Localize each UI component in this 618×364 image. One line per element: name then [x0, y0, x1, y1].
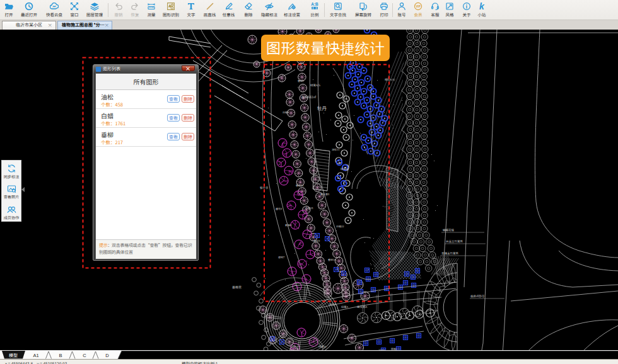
svg-text:模型: 模型 [9, 352, 18, 358]
svg-text:槐天鹅A: 槐天鹅A [356, 305, 367, 309]
svg-text:垂柳12: 垂柳12 [296, 183, 304, 187]
svg-text:D: D [105, 353, 109, 358]
svg-text:绿篱/5: 绿篱/5 [318, 344, 327, 348]
svg-text:栈桥现卧亭: 栈桥现卧亭 [470, 294, 485, 298]
svg-text:A1: A1 [33, 353, 38, 358]
svg-text:C: C [83, 353, 86, 358]
svg-text:油松11: 油松11 [332, 147, 339, 151]
svg-text:垂柳7: 垂柳7 [298, 79, 305, 82]
svg-text:绿篱B: 绿篱B [341, 167, 348, 171]
svg-text:模纹A/5): 模纹A/5) [385, 77, 395, 81]
svg-text:面积682㎡: 面积682㎡ [301, 94, 316, 99]
svg-text:绿篱A: 绿篱A [341, 305, 348, 309]
svg-text:油松9: 油松9 [313, 239, 320, 242]
svg-text:B: B [59, 353, 62, 358]
svg-text:k: k [479, 2, 485, 11]
svg-text:绿篱A/5: 绿篱A/5 [310, 83, 320, 87]
svg-text:金镶玉竹篱笆: 金镶玉竹篱笆 [441, 251, 458, 255]
svg-text:蝴蝶花境: 蝴蝶花境 [443, 228, 454, 232]
svg-text:紫叶李5: 紫叶李5 [320, 192, 329, 196]
svg-text:蔷薇花: 蔷薇花 [232, 285, 242, 289]
svg-text:A:B: A:B [311, 2, 318, 6]
svg-text:碧桃7: 碧桃7 [278, 255, 285, 259]
svg-text:垂柳18: 垂柳18 [328, 258, 336, 261]
svg-text:白玉兰竹篱笆: 白玉兰竹篱笆 [446, 239, 463, 243]
svg-text:牡丹: 牡丹 [317, 105, 327, 111]
svg-text:VIP: VIP [416, 5, 420, 8]
svg-text:紫薇6: 紫薇6 [285, 223, 292, 227]
svg-text:樱花8: 樱花8 [276, 207, 283, 210]
svg-text:白蜡9: 白蜡9 [283, 110, 289, 114]
svg-text:白蜡22: 白蜡22 [336, 224, 344, 228]
svg-text:白蜡15: 白蜡15 [305, 206, 313, 210]
svg-text:油松A: 油松A [329, 302, 336, 306]
